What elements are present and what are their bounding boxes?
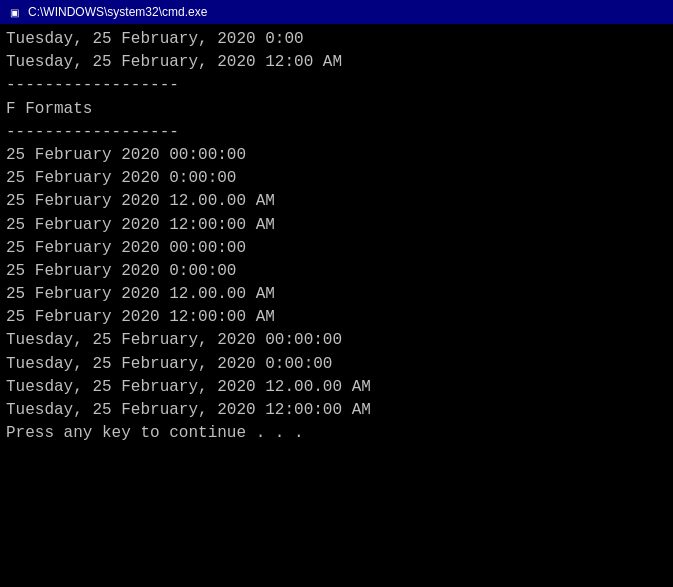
console-line: 25 February 2020 00:00:00 [6,144,667,167]
console-line: 25 February 2020 12:00:00 AM [6,214,667,237]
console-line: 25 February 2020 12:00:00 AM [6,306,667,329]
console-line: Press any key to continue . . . [6,422,667,445]
console-line: Tuesday, 25 February, 2020 00:00:00 [6,329,667,352]
console-body: Tuesday, 25 February, 2020 0:00Tuesday, … [0,24,673,449]
title-bar: ▣ C:\WINDOWS\system32\cmd.exe [0,0,673,24]
console-line: F Formats [6,98,667,121]
console-line: 25 February 2020 00:00:00 [6,237,667,260]
title-bar-icon: ▣ [6,4,22,20]
console-line: Tuesday, 25 February, 2020 12.00.00 AM [6,376,667,399]
console-line: 25 February 2020 12.00.00 AM [6,283,667,306]
console-line: 25 February 2020 0:00:00 [6,260,667,283]
console-line: ------------------ [6,74,667,97]
console-line: Tuesday, 25 February, 2020 0:00 [6,28,667,51]
console-line: ------------------ [6,121,667,144]
console-line: Tuesday, 25 February, 2020 12:00 AM [6,51,667,74]
title-bar-text: C:\WINDOWS\system32\cmd.exe [28,5,667,19]
console-line: Tuesday, 25 February, 2020 12:00:00 AM [6,399,667,422]
console-line: Tuesday, 25 February, 2020 0:00:00 [6,353,667,376]
console-line: 25 February 2020 0:00:00 [6,167,667,190]
console-line: 25 February 2020 12.00.00 AM [6,190,667,213]
